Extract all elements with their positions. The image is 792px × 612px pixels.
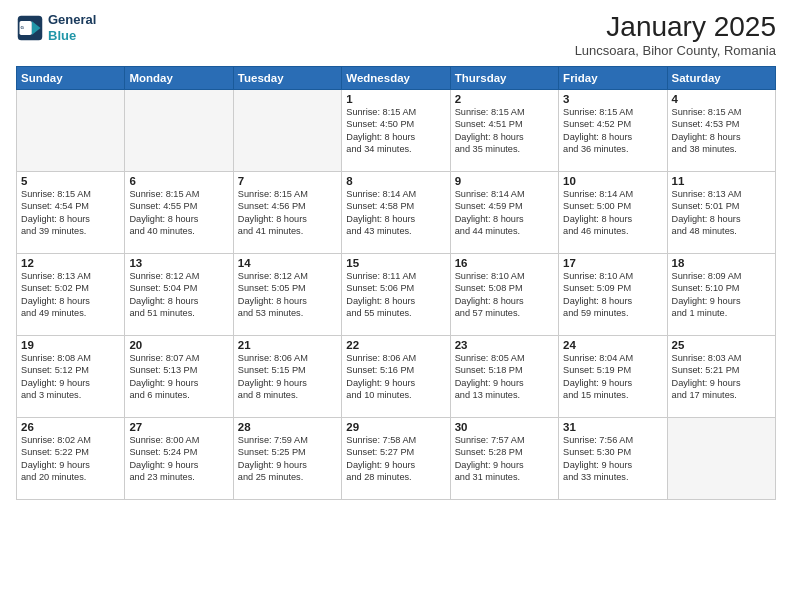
day-info: Sunrise: 8:05 AM Sunset: 5:18 PM Dayligh… xyxy=(455,352,554,402)
calendar-cell: 15Sunrise: 8:11 AM Sunset: 5:06 PM Dayli… xyxy=(342,253,450,335)
day-number: 10 xyxy=(563,175,662,187)
day-info: Sunrise: 8:10 AM Sunset: 5:09 PM Dayligh… xyxy=(563,270,662,320)
svg-text:G: G xyxy=(20,24,24,29)
header: G General Blue January 2025 Luncsoara, B… xyxy=(16,12,776,58)
calendar-cell: 20Sunrise: 8:07 AM Sunset: 5:13 PM Dayli… xyxy=(125,335,233,417)
day-info: Sunrise: 8:15 AM Sunset: 4:53 PM Dayligh… xyxy=(672,106,771,156)
calendar-cell: 28Sunrise: 7:59 AM Sunset: 5:25 PM Dayli… xyxy=(233,417,341,499)
day-header-friday: Friday xyxy=(559,66,667,89)
day-info: Sunrise: 8:13 AM Sunset: 5:01 PM Dayligh… xyxy=(672,188,771,238)
day-info: Sunrise: 8:15 AM Sunset: 4:52 PM Dayligh… xyxy=(563,106,662,156)
day-number: 15 xyxy=(346,257,445,269)
day-number: 30 xyxy=(455,421,554,433)
calendar-cell: 23Sunrise: 8:05 AM Sunset: 5:18 PM Dayli… xyxy=(450,335,558,417)
calendar-cell: 6Sunrise: 8:15 AM Sunset: 4:55 PM Daylig… xyxy=(125,171,233,253)
calendar-title: January 2025 xyxy=(575,12,776,43)
day-number: 7 xyxy=(238,175,337,187)
day-info: Sunrise: 8:15 AM Sunset: 4:50 PM Dayligh… xyxy=(346,106,445,156)
calendar-subtitle: Luncsoara, Bihor County, Romania xyxy=(575,43,776,58)
day-info: Sunrise: 8:13 AM Sunset: 5:02 PM Dayligh… xyxy=(21,270,120,320)
day-info: Sunrise: 8:15 AM Sunset: 4:54 PM Dayligh… xyxy=(21,188,120,238)
calendar-cell: 27Sunrise: 8:00 AM Sunset: 5:24 PM Dayli… xyxy=(125,417,233,499)
day-info: Sunrise: 8:02 AM Sunset: 5:22 PM Dayligh… xyxy=(21,434,120,484)
day-number: 23 xyxy=(455,339,554,351)
calendar-cell: 9Sunrise: 8:14 AM Sunset: 4:59 PM Daylig… xyxy=(450,171,558,253)
day-number: 22 xyxy=(346,339,445,351)
day-number: 29 xyxy=(346,421,445,433)
calendar-cell: 14Sunrise: 8:12 AM Sunset: 5:05 PM Dayli… xyxy=(233,253,341,335)
calendar-cell: 26Sunrise: 8:02 AM Sunset: 5:22 PM Dayli… xyxy=(17,417,125,499)
calendar-cell: 12Sunrise: 8:13 AM Sunset: 5:02 PM Dayli… xyxy=(17,253,125,335)
day-number: 24 xyxy=(563,339,662,351)
day-number: 3 xyxy=(563,93,662,105)
calendar-week-4: 19Sunrise: 8:08 AM Sunset: 5:12 PM Dayli… xyxy=(17,335,776,417)
day-info: Sunrise: 8:00 AM Sunset: 5:24 PM Dayligh… xyxy=(129,434,228,484)
day-info: Sunrise: 8:07 AM Sunset: 5:13 PM Dayligh… xyxy=(129,352,228,402)
day-number: 5 xyxy=(21,175,120,187)
day-header-wednesday: Wednesday xyxy=(342,66,450,89)
day-number: 20 xyxy=(129,339,228,351)
day-number: 4 xyxy=(672,93,771,105)
day-header-thursday: Thursday xyxy=(450,66,558,89)
day-number: 2 xyxy=(455,93,554,105)
day-number: 1 xyxy=(346,93,445,105)
day-info: Sunrise: 8:14 AM Sunset: 4:59 PM Dayligh… xyxy=(455,188,554,238)
calendar-cell: 16Sunrise: 8:10 AM Sunset: 5:08 PM Dayli… xyxy=(450,253,558,335)
calendar-cell: 25Sunrise: 8:03 AM Sunset: 5:21 PM Dayli… xyxy=(667,335,775,417)
day-info: Sunrise: 8:08 AM Sunset: 5:12 PM Dayligh… xyxy=(21,352,120,402)
calendar-week-3: 12Sunrise: 8:13 AM Sunset: 5:02 PM Dayli… xyxy=(17,253,776,335)
logo-line1: General xyxy=(48,12,96,28)
day-number: 25 xyxy=(672,339,771,351)
calendar-cell: 1Sunrise: 8:15 AM Sunset: 4:50 PM Daylig… xyxy=(342,89,450,171)
calendar-cell: 7Sunrise: 8:15 AM Sunset: 4:56 PM Daylig… xyxy=(233,171,341,253)
day-info: Sunrise: 8:15 AM Sunset: 4:56 PM Dayligh… xyxy=(238,188,337,238)
calendar-cell: 29Sunrise: 7:58 AM Sunset: 5:27 PM Dayli… xyxy=(342,417,450,499)
day-number: 28 xyxy=(238,421,337,433)
calendar-cell: 31Sunrise: 7:56 AM Sunset: 5:30 PM Dayli… xyxy=(559,417,667,499)
day-header-sunday: Sunday xyxy=(17,66,125,89)
calendar-cell: 10Sunrise: 8:14 AM Sunset: 5:00 PM Dayli… xyxy=(559,171,667,253)
day-number: 16 xyxy=(455,257,554,269)
day-number: 27 xyxy=(129,421,228,433)
day-info: Sunrise: 8:12 AM Sunset: 5:05 PM Dayligh… xyxy=(238,270,337,320)
logo: G General Blue xyxy=(16,12,96,43)
calendar-cell: 13Sunrise: 8:12 AM Sunset: 5:04 PM Dayli… xyxy=(125,253,233,335)
day-number: 31 xyxy=(563,421,662,433)
calendar-week-2: 5Sunrise: 8:15 AM Sunset: 4:54 PM Daylig… xyxy=(17,171,776,253)
day-number: 19 xyxy=(21,339,120,351)
day-number: 17 xyxy=(563,257,662,269)
calendar-cell: 17Sunrise: 8:10 AM Sunset: 5:09 PM Dayli… xyxy=(559,253,667,335)
day-info: Sunrise: 8:06 AM Sunset: 5:15 PM Dayligh… xyxy=(238,352,337,402)
day-number: 8 xyxy=(346,175,445,187)
day-number: 21 xyxy=(238,339,337,351)
day-info: Sunrise: 7:57 AM Sunset: 5:28 PM Dayligh… xyxy=(455,434,554,484)
calendar-table: SundayMondayTuesdayWednesdayThursdayFrid… xyxy=(16,66,776,500)
calendar-cell: 11Sunrise: 8:13 AM Sunset: 5:01 PM Dayli… xyxy=(667,171,775,253)
page: G General Blue January 2025 Luncsoara, B… xyxy=(0,0,792,612)
day-header-tuesday: Tuesday xyxy=(233,66,341,89)
day-number: 14 xyxy=(238,257,337,269)
calendar-cell: 22Sunrise: 8:06 AM Sunset: 5:16 PM Dayli… xyxy=(342,335,450,417)
calendar-cell: 21Sunrise: 8:06 AM Sunset: 5:15 PM Dayli… xyxy=(233,335,341,417)
calendar-cell: 3Sunrise: 8:15 AM Sunset: 4:52 PM Daylig… xyxy=(559,89,667,171)
calendar-cell: 2Sunrise: 8:15 AM Sunset: 4:51 PM Daylig… xyxy=(450,89,558,171)
day-number: 26 xyxy=(21,421,120,433)
day-info: Sunrise: 8:10 AM Sunset: 5:08 PM Dayligh… xyxy=(455,270,554,320)
day-info: Sunrise: 8:14 AM Sunset: 5:00 PM Dayligh… xyxy=(563,188,662,238)
day-info: Sunrise: 8:04 AM Sunset: 5:19 PM Dayligh… xyxy=(563,352,662,402)
calendar-week-5: 26Sunrise: 8:02 AM Sunset: 5:22 PM Dayli… xyxy=(17,417,776,499)
calendar-cell: 18Sunrise: 8:09 AM Sunset: 5:10 PM Dayli… xyxy=(667,253,775,335)
day-info: Sunrise: 8:03 AM Sunset: 5:21 PM Dayligh… xyxy=(672,352,771,402)
day-info: Sunrise: 8:15 AM Sunset: 4:55 PM Dayligh… xyxy=(129,188,228,238)
day-info: Sunrise: 8:06 AM Sunset: 5:16 PM Dayligh… xyxy=(346,352,445,402)
calendar-cell xyxy=(17,89,125,171)
day-number: 18 xyxy=(672,257,771,269)
day-info: Sunrise: 8:12 AM Sunset: 5:04 PM Dayligh… xyxy=(129,270,228,320)
calendar-cell: 8Sunrise: 8:14 AM Sunset: 4:58 PM Daylig… xyxy=(342,171,450,253)
calendar-cell: 19Sunrise: 8:08 AM Sunset: 5:12 PM Dayli… xyxy=(17,335,125,417)
day-info: Sunrise: 7:56 AM Sunset: 5:30 PM Dayligh… xyxy=(563,434,662,484)
calendar-cell xyxy=(125,89,233,171)
day-info: Sunrise: 8:14 AM Sunset: 4:58 PM Dayligh… xyxy=(346,188,445,238)
calendar-cell: 5Sunrise: 8:15 AM Sunset: 4:54 PM Daylig… xyxy=(17,171,125,253)
day-info: Sunrise: 7:58 AM Sunset: 5:27 PM Dayligh… xyxy=(346,434,445,484)
